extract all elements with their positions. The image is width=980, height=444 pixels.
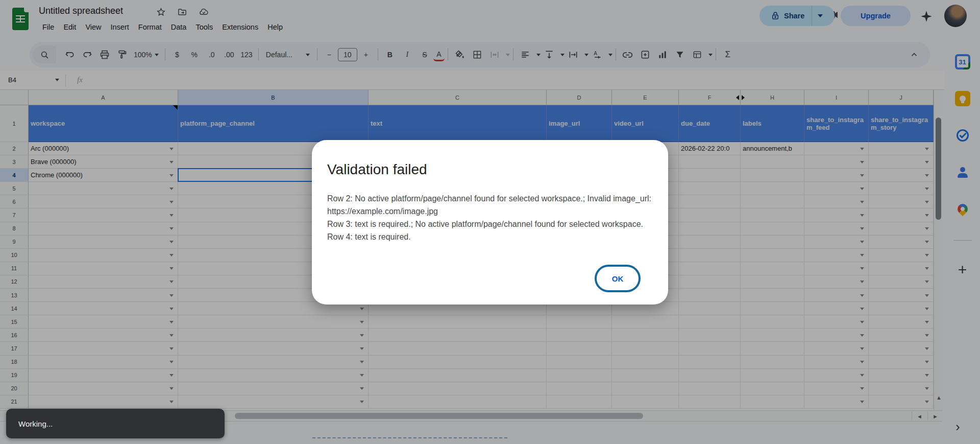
ok-button[interactable]: OK <box>595 265 641 292</box>
dialog-line: Row 4: text is required. <box>327 230 654 243</box>
dialog-title: Validation failed <box>327 161 653 178</box>
toast-message: Working... <box>18 419 53 428</box>
dialog-body: Row 2: No active platform/page/channel f… <box>327 192 654 243</box>
dialog-line: Row 2: No active platform/page/channel f… <box>327 192 654 218</box>
working-toast: Working... <box>6 409 225 438</box>
dialog-line: Row 3: text is required.; No active plat… <box>327 218 654 230</box>
validation-dialog: Validation failed Row 2: No active platf… <box>312 140 668 305</box>
